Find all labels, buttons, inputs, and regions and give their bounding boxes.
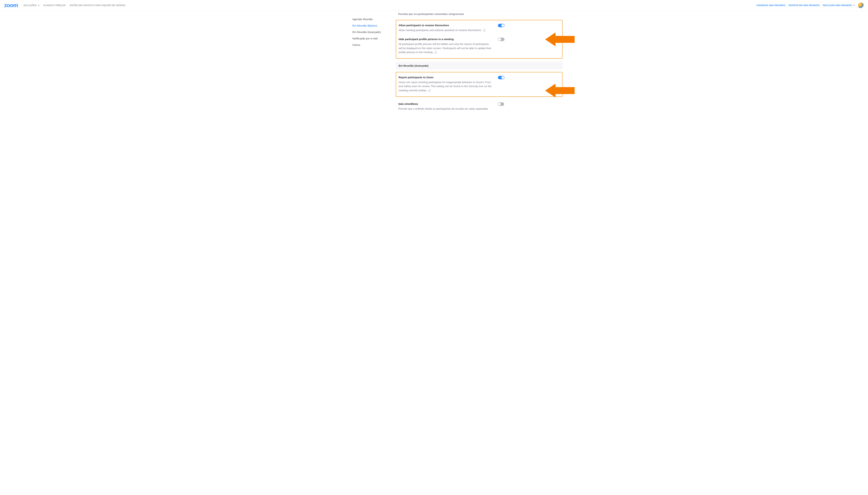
highlight-box-basic: Allow participants to rename themselves … bbox=[396, 20, 563, 58]
nav-solutions-label: SOLUÇÕES bbox=[23, 4, 37, 6]
setting-report: Report participants to Zoom Hosts can re… bbox=[399, 76, 560, 92]
nav-left: SOLUÇÕES PLANOS E PREÇOS ENTRE EM CONTAT… bbox=[23, 4, 126, 6]
svg-marker-1 bbox=[545, 84, 574, 98]
setting-desc: Allow meeting participants and webinar p… bbox=[399, 28, 492, 32]
annotation-arrow-icon bbox=[545, 31, 574, 48]
chevron-down-icon bbox=[853, 5, 855, 6]
nav-join-meeting[interactable]: ENTRAR EM UMA REUNIÃO bbox=[788, 4, 820, 6]
top-nav: zoom SOLUÇÕES PLANOS E PREÇOS ENTRE EM C… bbox=[0, 0, 868, 11]
nav-right: AGENDAR UMA REUNIÃO ENTRAR EM UMA REUNIÃ… bbox=[756, 2, 864, 8]
setting-breakout: Sala simultânea Permitir que o anfitrião… bbox=[396, 100, 563, 111]
setting-title: Sala simultânea bbox=[398, 102, 492, 105]
modified-icon: V bbox=[483, 29, 485, 32]
setting-rejoin-partial: Permita que os participantes removidos r… bbox=[396, 13, 563, 20]
toggle-hide-pictures[interactable] bbox=[498, 38, 504, 41]
settings-sidebar: Agendar Reunião Em Reunião (Básico) Em R… bbox=[352, 13, 396, 111]
nav-host-label: REALIZAR UMA REUNIÃO bbox=[823, 4, 852, 6]
setting-title: Permita que os participantes removidos r… bbox=[398, 13, 560, 15]
modified-icon: V bbox=[429, 89, 431, 92]
nav-sales[interactable]: ENTRE EM CONTATO COM A EQUIPE DE VENDAS bbox=[70, 4, 126, 6]
section-header-advanced: Em Reunião (Avançado) bbox=[396, 62, 563, 70]
highlight-box-report: Report participants to Zoom Hosts can re… bbox=[396, 72, 563, 97]
setting-title: Hide participant profile pictures in a m… bbox=[399, 38, 492, 40]
sidebar-item-advanced[interactable]: Em Reunião (Avançado) bbox=[352, 29, 396, 35]
svg-marker-0 bbox=[545, 32, 574, 46]
sidebar-item-email[interactable]: Notificação por e-mail bbox=[352, 35, 396, 41]
modified-icon: V bbox=[435, 51, 437, 54]
nav-plans[interactable]: PLANOS E PREÇOS bbox=[44, 4, 66, 6]
avatar[interactable] bbox=[858, 2, 864, 8]
setting-title: Allow participants to rename themselves bbox=[399, 24, 492, 27]
sidebar-item-schedule[interactable]: Agendar Reunião bbox=[352, 16, 396, 22]
nav-schedule-meeting[interactable]: AGENDAR UMA REUNIÃO bbox=[756, 4, 785, 6]
setting-desc: Permitir que o anfitrião divida os parti… bbox=[398, 107, 492, 111]
sidebar-item-basic[interactable]: Em Reunião (Básico) bbox=[352, 22, 396, 29]
setting-desc: All participant profile pictures will be… bbox=[399, 42, 492, 54]
toggle-rename[interactable] bbox=[498, 24, 504, 27]
nav-solutions[interactable]: SOLUÇÕES bbox=[23, 4, 39, 6]
sidebar-item-others[interactable]: Outros bbox=[352, 41, 396, 48]
settings-main: Permita que os participantes removidos r… bbox=[396, 13, 569, 111]
setting-rename: Allow participants to rename themselves … bbox=[399, 24, 560, 32]
annotation-arrow-icon bbox=[545, 82, 574, 99]
setting-hide-pictures: Hide participant profile pictures in a m… bbox=[399, 38, 560, 54]
setting-title: Report participants to Zoom bbox=[399, 76, 492, 79]
nav-host-meeting[interactable]: REALIZAR UMA REUNIÃO bbox=[823, 4, 855, 6]
zoom-logo[interactable]: zoom bbox=[4, 2, 18, 8]
toggle-report[interactable] bbox=[498, 76, 504, 79]
toggle-breakout[interactable] bbox=[498, 102, 504, 106]
setting-desc: Hosts can report meeting participants fo… bbox=[399, 80, 492, 92]
chevron-down-icon bbox=[38, 5, 39, 6]
